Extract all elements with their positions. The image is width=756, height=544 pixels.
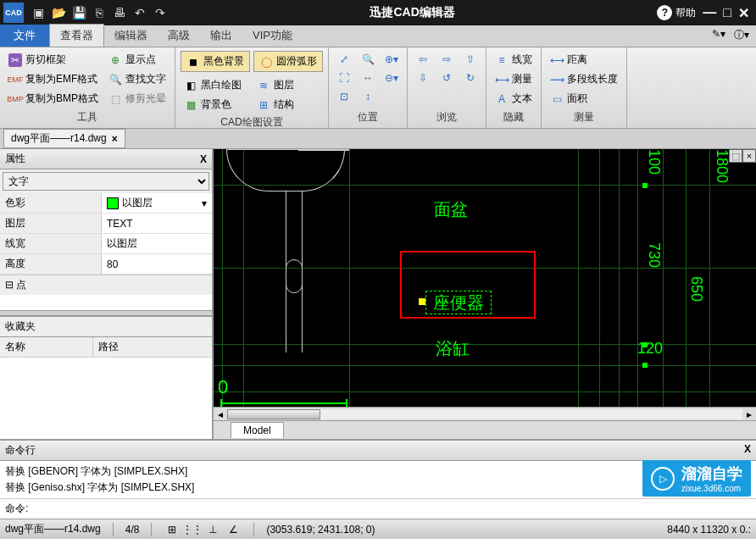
- ribbon-group-measure: ⟷距离 ⟿多段线长度 ▭面积 测量: [542, 47, 627, 128]
- tab-advanced[interactable]: 高级: [158, 25, 200, 47]
- saveall-icon[interactable]: ⎘: [92, 5, 107, 20]
- copy-emf-button[interactable]: EMF复制为EMF格式: [5, 70, 102, 88]
- pos-btn-2[interactable]: ⛶: [334, 69, 354, 86]
- pos-btn-4[interactable]: 🔍: [358, 51, 378, 68]
- ribbon-group-position: ⤢ ⛶ ⊡ 🔍 ↔ ↕ ⊕▾ ⊖▾ 位置: [329, 47, 408, 128]
- ribbon-group-browse: ⇦ ⇩ ⇨ ↺ ⇧ ↻ 浏览: [408, 47, 486, 128]
- snap-icon[interactable]: ⊞: [165, 523, 179, 536]
- tab-vip[interactable]: VIP功能: [242, 25, 303, 47]
- text-toggle-button[interactable]: A文本: [492, 90, 536, 108]
- save-icon[interactable]: 💾: [71, 5, 86, 20]
- status-bar: dwg平面——r14.dwg 4/8 ⊞ ⋮⋮ ⊥ ∠ (3053.619; 2…: [0, 519, 756, 539]
- layers-button[interactable]: ≋图层: [253, 76, 323, 94]
- cmd-line-2: 替换 [Geniso.shx] 字体为 [SIMPLEX.SHX]: [5, 480, 751, 496]
- horizontal-scrollbar[interactable]: ◂ ▸: [214, 407, 756, 420]
- prop-row-color[interactable]: 色彩 以图层▾: [0, 193, 212, 214]
- pen-tool-icon[interactable]: ✎▾: [712, 28, 727, 43]
- left-panel: 属性 X 文字 色彩 以图层▾ 图层TEXT 线宽以图层 高度80 ⊟ 点 收藏…: [0, 149, 214, 439]
- smooth-arc-button[interactable]: ◯圆滑弧形: [253, 51, 323, 72]
- nav-right-button[interactable]: ⇨: [436, 51, 457, 68]
- command-input[interactable]: [28, 502, 751, 516]
- minimize-button[interactable]: —: [703, 5, 716, 21]
- help-button[interactable]: ? 帮助: [657, 5, 696, 20]
- structure-button[interactable]: ⊞结构: [253, 96, 323, 114]
- canvas-area: ⬚ × 面盆 浴缸 座便器: [214, 149, 756, 439]
- rotate-left-button[interactable]: ↺: [436, 69, 457, 86]
- dropdown-icon[interactable]: ▾: [202, 197, 207, 209]
- grid-icon[interactable]: ⋮⋮: [186, 523, 199, 536]
- pos-btn-6[interactable]: ↕: [358, 88, 378, 105]
- nav-down-button[interactable]: ⇩: [413, 69, 433, 86]
- group-label-hide: 隐藏: [492, 108, 536, 125]
- trim-halo-button[interactable]: ⬚修剪光晕: [105, 90, 170, 108]
- document-tab-close-icon[interactable]: ×: [112, 133, 118, 145]
- text-icon: A: [495, 92, 509, 106]
- scroll-left-icon[interactable]: ◂: [214, 408, 227, 420]
- measure-toggle-button[interactable]: ⟷测量: [492, 70, 536, 88]
- help2-icon[interactable]: ⓘ▾: [734, 28, 749, 43]
- black-bg-button[interactable]: ◼黑色背景: [181, 51, 250, 72]
- new-icon[interactable]: ▣: [31, 5, 46, 20]
- redo-icon[interactable]: ↷: [153, 5, 168, 20]
- bg-color-button[interactable]: ▦背景色: [181, 96, 250, 114]
- distance-button[interactable]: ⟷距离: [547, 51, 621, 69]
- arrow-left-icon: ⇦: [416, 53, 430, 66]
- scroll-right-icon[interactable]: ▸: [742, 408, 756, 420]
- tab-editor[interactable]: 编辑器: [104, 25, 158, 47]
- document-tab[interactable]: dwg平面——r14.dwg ×: [3, 129, 125, 148]
- command-close-icon[interactable]: X: [744, 443, 751, 458]
- scroll-thumb[interactable]: [227, 409, 320, 419]
- rotate-right-button[interactable]: ↻: [460, 69, 481, 86]
- maximize-button[interactable]: □: [723, 5, 731, 21]
- canvas-pin-icon[interactable]: ⬚: [729, 149, 742, 163]
- canvas-label-basin: 面盆: [434, 198, 468, 221]
- favorites-columns: 名称 路径: [0, 337, 212, 358]
- copy-bmp-button[interactable]: BMP复制为BMP格式: [5, 90, 102, 108]
- open-icon[interactable]: 📂: [51, 5, 66, 20]
- pos-btn-3[interactable]: ⊡: [334, 88, 354, 105]
- prop-expand-point[interactable]: ⊟ 点: [0, 275, 212, 295]
- dim-100: 100: [645, 149, 663, 175]
- prop-row-height[interactable]: 高度80: [0, 254, 212, 275]
- drawing-canvas[interactable]: ⬚ × 面盆 浴缸 座便器: [214, 149, 756, 407]
- model-tab[interactable]: Model: [231, 422, 284, 438]
- zoom-in-button[interactable]: ⊕▾: [381, 51, 402, 68]
- tab-viewer[interactable]: 查看器: [49, 24, 104, 47]
- show-points-button[interactable]: ⊕显示点: [105, 51, 170, 69]
- prop-row-layer[interactable]: 图层TEXT: [0, 214, 212, 234]
- nav-up-button[interactable]: ⇧: [460, 51, 481, 68]
- tab-output[interactable]: 输出: [200, 25, 242, 47]
- print-icon[interactable]: 🖶: [112, 5, 127, 20]
- pos-btn-1[interactable]: ⤢: [334, 51, 354, 68]
- ortho-icon[interactable]: ⊥: [206, 523, 220, 536]
- close-button[interactable]: ✕: [738, 5, 749, 21]
- lineweight-button[interactable]: ≡线宽: [492, 51, 536, 69]
- properties-header: 属性 X: [0, 149, 212, 169]
- fav-col-path[interactable]: 路径: [93, 337, 124, 357]
- nav-left-button[interactable]: ⇦: [413, 51, 433, 68]
- area-button[interactable]: ▭面积: [547, 90, 621, 108]
- ribbon: ✂剪切框架 EMF复制为EMF格式 BMP复制为BMP格式 ⊕显示点 🔍查找文字…: [0, 47, 756, 129]
- prop-row-lineweight[interactable]: 线宽以图层: [0, 234, 212, 254]
- undo-icon[interactable]: ↶: [132, 5, 147, 20]
- pos-btn-5[interactable]: ↔: [358, 69, 378, 86]
- crop-frame-button[interactable]: ✂剪切框架: [5, 51, 102, 69]
- selection-handle[interactable]: [419, 298, 425, 305]
- zoom-in-icon: ⊕▾: [385, 53, 398, 66]
- properties-close-icon[interactable]: X: [200, 153, 207, 165]
- canvas-label-toilet[interactable]: 座便器: [425, 291, 492, 314]
- bw-icon: ◧: [184, 79, 197, 92]
- angle-icon[interactable]: ∠: [226, 523, 240, 536]
- status-coords: (3053.619; 2431.108; 0): [266, 524, 375, 536]
- zoom-out-button[interactable]: ⊖▾: [381, 69, 402, 86]
- properties-type-select[interactable]: 文字: [3, 172, 209, 191]
- multiseg-button[interactable]: ⟿多段线长度: [547, 70, 621, 88]
- bw-draw-button[interactable]: ◧黑白绘图: [181, 76, 250, 94]
- file-menu[interactable]: 文件: [0, 25, 49, 47]
- canvas-close-icon[interactable]: ×: [742, 149, 756, 163]
- fav-col-name[interactable]: 名称: [0, 337, 93, 357]
- find-text-button[interactable]: 🔍查找文字: [105, 70, 170, 88]
- ribbon-group-hide: ≡线宽 ⟷测量 A文本 隐藏: [486, 47, 542, 128]
- document-tab-label: dwg平面——r14.dwg: [11, 131, 107, 146]
- watermark: ▷ 溜溜自学 zixue.3d66.com: [642, 460, 751, 497]
